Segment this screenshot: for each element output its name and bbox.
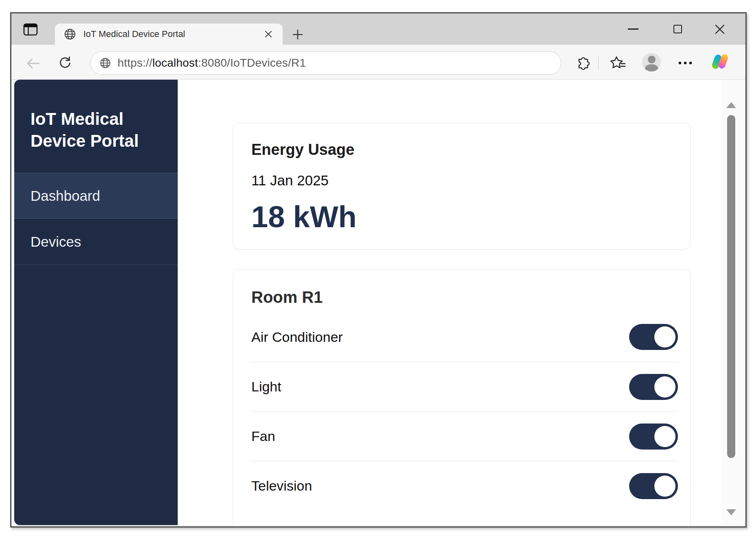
device-row-fan: Fan [251,411,678,461]
main-content: Energy Usage 11 Jan 2025 18 kWh Room R1 … [178,80,722,525]
toggle-knob [654,376,675,397]
toolbar-divider [598,56,599,70]
settings-menu-button[interactable] [677,55,693,71]
back-button[interactable] [25,56,41,71]
energy-usage-card: Energy Usage 11 Jan 2025 18 kWh [233,123,691,250]
energy-card-date: 11 Jan 2025 [251,172,678,189]
minimize-icon [628,28,638,30]
avatar-head [648,56,656,63]
favorites-button[interactable] [610,55,626,71]
scrollbar-thumb[interactable] [727,115,735,458]
energy-card-value: 18 kWh [251,201,678,233]
page-scrollbar[interactable] [722,80,745,525]
light-toggle[interactable] [629,374,678,400]
toggle-knob [654,326,675,348]
device-row-light: Light [251,362,678,411]
sidebar-item-devices[interactable]: Devices [14,219,178,265]
title-bar: IoT Medical Device Portal [11,13,745,45]
tab-actions-icon [22,21,39,37]
window-minimize-button[interactable] [623,13,643,45]
tab-title: IoT Medical Device Portal [83,29,185,39]
browser-window: IoT Medical Device Portal [10,12,747,528]
tab-close-button[interactable] [264,30,273,39]
device-label: Television [251,478,312,494]
device-label: Light [251,379,281,395]
url-scheme: https:// [118,56,153,69]
browser-tab[interactable]: IoT Medical Device Portal [55,24,283,45]
air-conditioner-toggle[interactable] [629,324,678,350]
profile-avatar[interactable] [642,53,661,72]
toggle-knob [654,426,675,447]
room-card: Room R1 Air Conditioner Light [233,269,691,525]
url-path: :8080/IoTDevices/R1 [198,56,306,69]
device-row-air-conditioner: Air Conditioner [251,312,678,362]
page-viewport: IoT Medical Device Portal Dashboard Devi… [14,80,745,525]
scroll-down-arrow[interactable] [726,509,736,515]
url-host: localhost [153,56,198,69]
sidebar-item-dashboard[interactable]: Dashboard [14,173,178,219]
tab-actions-menu-button[interactable] [22,21,39,38]
new-tab-button[interactable] [291,28,304,41]
ellipsis-icon [678,61,693,65]
url-text: https://localhost:8080/IoTDevices/R1 [118,56,306,70]
energy-card-title: Energy Usage [251,141,678,159]
toggle-knob [654,476,675,497]
reload-button[interactable] [58,56,72,70]
site-globe-icon [100,57,111,69]
avatar-shoulders [645,64,658,72]
navigation-bar: https://localhost:8080/IoTDevices/R1 [11,45,745,80]
puzzle-icon [574,55,590,71]
device-label: Air Conditioner [251,329,343,345]
favorites-star-icon [610,55,626,71]
tab-favicon-globe-icon [64,28,76,40]
device-list: Air Conditioner Light Fan [251,312,678,510]
extensions-button[interactable] [574,55,590,71]
window-close-icon [714,24,725,35]
room-card-title: Room R1 [251,288,678,306]
copilot-button[interactable] [712,53,730,71]
device-row-television: Television [251,461,678,510]
scroll-up-arrow[interactable] [726,102,736,108]
address-bar[interactable]: https://localhost:8080/IoTDevices/R1 [90,51,561,75]
window-maximize-button[interactable] [668,13,687,45]
window-close-button[interactable] [710,13,730,45]
maximize-icon [673,25,682,33]
fan-toggle[interactable] [629,424,678,450]
television-toggle[interactable] [629,473,678,499]
device-label: Fan [251,428,275,444]
sidebar: IoT Medical Device Portal Dashboard Devi… [14,80,178,525]
app-title: IoT Medical Device Portal [31,108,161,152]
